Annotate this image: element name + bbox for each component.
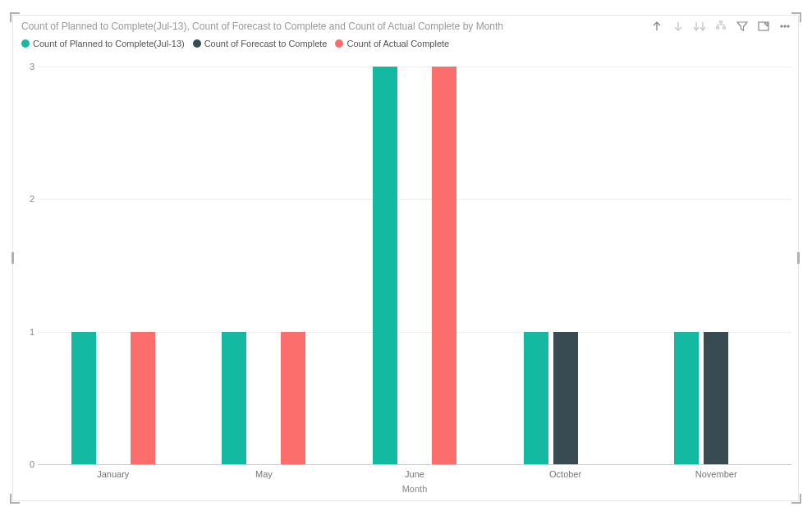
y-axis: 0123 <box>20 67 38 464</box>
drill-down-icon[interactable] <box>672 20 685 33</box>
y-tick-label: 2 <box>30 194 34 204</box>
visual-toolbar <box>650 20 791 33</box>
y-tick-label: 1 <box>30 327 34 337</box>
legend-label: Count of Forecast to Complete <box>204 39 328 48</box>
bar[interactable] <box>131 332 155 464</box>
more-options-icon[interactable] <box>778 20 791 33</box>
category-group: October <box>490 67 641 464</box>
legend-item[interactable]: Count of Planned to Complete(Jul-13) <box>21 39 185 48</box>
bar[interactable] <box>432 67 456 464</box>
category-group: June <box>339 67 490 464</box>
focus-mode-icon[interactable] <box>757 20 770 33</box>
selection-handle-bottom-right[interactable] <box>791 494 801 504</box>
legend-swatch-icon <box>335 39 343 48</box>
bar-cluster <box>490 67 641 464</box>
category-group: November <box>640 67 791 464</box>
expand-all-down-icon[interactable] <box>693 20 706 33</box>
bar-cluster <box>640 67 791 464</box>
x-axis: Month <box>38 464 791 494</box>
svg-point-6 <box>787 25 789 27</box>
legend-item[interactable]: Count of Actual Complete <box>335 39 449 48</box>
bar[interactable] <box>553 332 578 464</box>
bar-cluster <box>38 67 189 464</box>
selection-handle-top-right[interactable] <box>791 12 801 22</box>
legend-label: Count of Planned to Complete(Jul-13) <box>33 39 185 48</box>
x-axis-title: Month <box>38 484 791 494</box>
chart-title: Count of Planned to Complete(Jul-13), Co… <box>13 16 637 34</box>
legend-swatch-icon <box>21 39 30 48</box>
plot-area-wrap: 0123 JanuaryMayJuneOctoberNovember Month <box>20 67 791 494</box>
svg-point-4 <box>781 25 782 27</box>
bar[interactable] <box>674 332 699 464</box>
bar[interactable] <box>704 332 728 464</box>
svg-rect-1 <box>717 27 719 29</box>
svg-rect-0 <box>720 21 723 23</box>
svg-rect-2 <box>723 27 726 29</box>
legend-label: Count of Actual Complete <box>346 39 449 48</box>
bar[interactable] <box>373 67 397 464</box>
bar-cluster <box>189 67 340 464</box>
legend-swatch-icon <box>193 39 201 48</box>
category-group: May <box>189 67 340 464</box>
y-tick-label: 3 <box>30 62 34 71</box>
drill-hierarchy-icon[interactable] <box>714 20 727 33</box>
selection-handle-bottom-left[interactable] <box>10 494 20 504</box>
bar[interactable] <box>71 332 96 464</box>
bar-cluster <box>339 67 490 464</box>
filter-icon[interactable] <box>736 20 749 33</box>
selection-handle-right[interactable] <box>797 252 800 264</box>
selection-handle-left[interactable] <box>11 252 14 264</box>
drill-up-icon[interactable] <box>650 20 663 33</box>
legend-item[interactable]: Count of Forecast to Complete <box>193 39 328 48</box>
chart-visual-container: Count of Planned to Complete(Jul-13), Co… <box>12 15 799 501</box>
bar[interactable] <box>524 332 548 464</box>
svg-point-5 <box>784 25 786 27</box>
category-group: January <box>38 67 189 464</box>
chart-legend: Count of Planned to Complete(Jul-13)Coun… <box>13 34 798 50</box>
y-tick-label: 0 <box>30 459 34 469</box>
bar[interactable] <box>281 332 305 464</box>
bar[interactable] <box>222 332 246 464</box>
plot-area: JanuaryMayJuneOctoberNovember <box>38 67 791 464</box>
